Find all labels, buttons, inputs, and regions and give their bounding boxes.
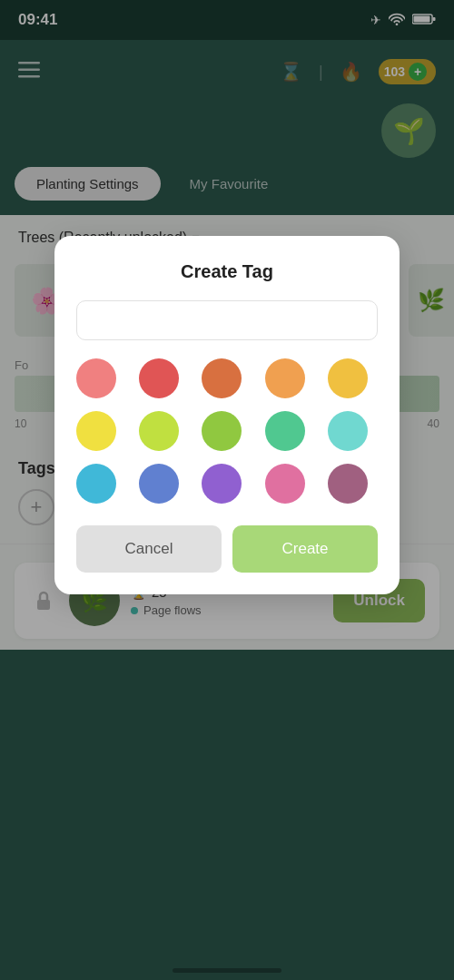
color-circle-5[interactable]: [76, 411, 116, 451]
cancel-button[interactable]: Cancel: [76, 525, 222, 573]
color-circle-13[interactable]: [265, 464, 305, 504]
color-circle-8[interactable]: [265, 411, 305, 451]
color-circle-10[interactable]: [76, 464, 116, 504]
color-circle-0[interactable]: [76, 358, 116, 398]
modal-title: Create Tag: [76, 261, 378, 282]
color-circle-1[interactable]: [139, 358, 179, 398]
modal-overlay[interactable]: Create Tag Cancel Create: [0, 0, 454, 980]
color-circle-7[interactable]: [202, 411, 242, 451]
color-circle-6[interactable]: [139, 411, 179, 451]
color-circle-4[interactable]: [328, 358, 368, 398]
color-circle-12[interactable]: [202, 464, 242, 504]
color-grid: [76, 358, 378, 504]
tag-name-input[interactable]: [76, 300, 378, 340]
color-circle-11[interactable]: [139, 464, 179, 504]
color-circle-2[interactable]: [202, 358, 242, 398]
color-circle-3[interactable]: [265, 358, 305, 398]
create-tag-modal: Create Tag Cancel Create: [54, 236, 400, 594]
color-circle-14[interactable]: [328, 464, 368, 504]
modal-buttons: Cancel Create: [76, 525, 378, 573]
create-button[interactable]: Create: [232, 525, 378, 573]
color-circle-9[interactable]: [328, 411, 368, 451]
